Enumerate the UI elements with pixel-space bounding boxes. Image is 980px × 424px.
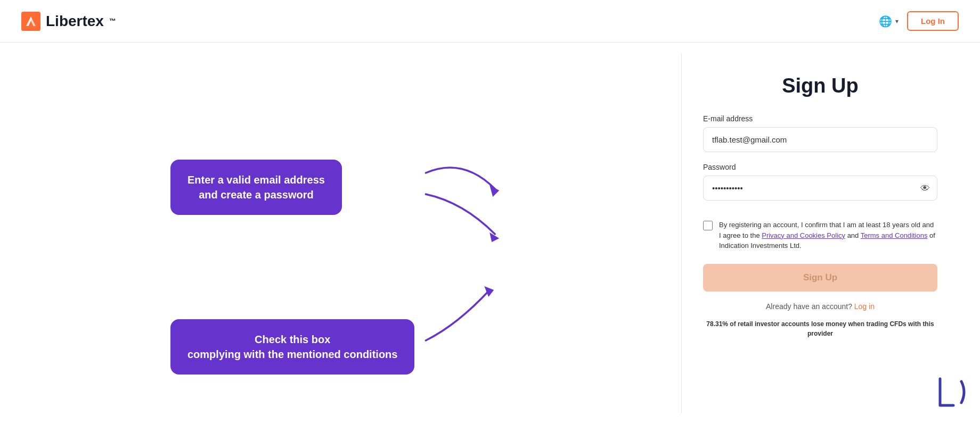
globe-icon: 🌐	[879, 15, 892, 28]
svg-marker-1	[489, 185, 499, 197]
already-account-text: Already have an account?	[766, 302, 852, 311]
password-wrapper: 👁	[703, 176, 937, 201]
main-content: Enter a valid email addressand create a …	[0, 43, 980, 424]
password-input[interactable]	[703, 176, 937, 201]
password-label: Password	[703, 163, 937, 171]
risk-warning: 78.31% of retail investor accounts lose …	[703, 319, 937, 338]
annotation-email-password: Enter a valid email addressand create a …	[170, 160, 342, 215]
privacy-policy-link[interactable]: Privacy and Cookies Policy	[762, 231, 845, 239]
login-link[interactable]: Log in	[854, 302, 875, 311]
annotation-email-text: Enter a valid email addressand create a …	[187, 174, 325, 201]
header: Libertex™ 🌐 ▾ Log In	[0, 0, 980, 43]
header-right: 🌐 ▾ Log In	[879, 11, 959, 31]
terms-conditions-link[interactable]: Terms and Conditions	[861, 231, 928, 239]
terms-checkbox-area: By registering an account, I confirm tha…	[703, 220, 937, 251]
signup-form-area: Sign Up E-mail address Password 👁 By reg…	[682, 43, 980, 424]
logo-superscript: ™	[109, 17, 116, 25]
form-title: Sign Up	[703, 74, 937, 97]
signup-button[interactable]: Sign Up	[703, 264, 937, 292]
libertex-logo-icon	[21, 12, 40, 31]
toggle-password-icon[interactable]: 👁	[920, 182, 930, 194]
lc-bottom-logo	[937, 376, 969, 413]
svg-rect-0	[21, 12, 40, 31]
annotation-checkbox-text: Check this boxcomplying with the mention…	[187, 334, 397, 360]
svg-marker-3	[484, 286, 494, 297]
terms-label[interactable]: By registering an account, I confirm tha…	[719, 220, 937, 251]
annotation-checkbox: Check this boxcomplying with the mention…	[170, 319, 414, 375]
svg-marker-2	[489, 232, 499, 242]
left-annotation-area: Enter a valid email addressand create a …	[0, 43, 681, 424]
lc-logo-icon	[937, 376, 969, 408]
terms-checkbox[interactable]	[703, 221, 713, 230]
login-button[interactable]: Log In	[907, 11, 959, 31]
email-form-group: E-mail address	[703, 114, 937, 152]
email-label: E-mail address	[703, 114, 937, 123]
checkbox-and-text: and	[845, 231, 861, 239]
already-account-section: Already have an account? Log in	[703, 302, 937, 311]
language-selector[interactable]: 🌐 ▾	[879, 15, 899, 28]
chevron-down-icon: ▾	[895, 18, 899, 25]
password-form-group: Password 👁	[703, 163, 937, 201]
logo-text: Libertex	[46, 13, 104, 30]
email-input[interactable]	[703, 127, 937, 152]
logo: Libertex™	[21, 12, 116, 31]
